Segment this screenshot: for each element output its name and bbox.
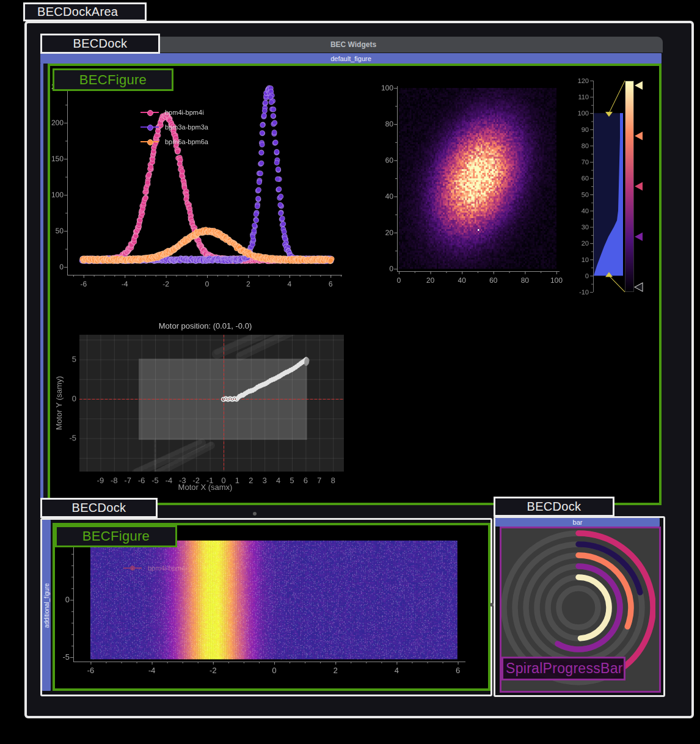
additional-figure-label: BECFigure xyxy=(55,525,177,547)
legend-item-bpm4i[interactable]: bpm4i-bpm4i xyxy=(140,105,208,120)
legend-line-icon xyxy=(140,112,159,113)
legend-line-icon xyxy=(140,126,159,128)
main-figure-label: BECFigure xyxy=(53,68,173,91)
legend-label: bpm4i-bpm4i xyxy=(148,564,187,572)
legend-item-bpm4i-history[interactable]: bpm4i-bpm4i xyxy=(123,561,187,575)
splitter-handle-horizontal[interactable] xyxy=(253,512,257,516)
bar-dock-label: BECDock xyxy=(494,497,614,517)
legend-dot-icon xyxy=(130,566,135,571)
legend-dot-icon xyxy=(147,110,153,116)
legend-label: bpm6a-bpm6a xyxy=(165,138,208,145)
spiral-progress-frame: SpiralProgressBar xyxy=(500,527,661,693)
motor-y-axis-label: Motor Y (samy) xyxy=(54,351,64,455)
main-dock-drag-handle[interactable]: default_figure xyxy=(40,53,662,64)
waveform-plot[interactable] xyxy=(51,70,348,296)
legend-item-bpm3a[interactable]: bpm3a-bpm3a xyxy=(140,120,208,134)
main-dock-label: BECDock xyxy=(40,34,160,54)
legend-label: bpm4i-bpm4i xyxy=(165,109,204,116)
image-2d-plot[interactable] xyxy=(373,70,568,295)
main-dock-side-strip xyxy=(40,64,43,501)
waveform-legend: bpm4i-bpm4i bpm3a-bpm3a bpm6a-bpm6a xyxy=(140,105,208,149)
additional-dock-drag-handle[interactable]: additional_figure xyxy=(42,520,51,691)
additional-dock: additional_figure BECFigure bpm4i-bpm4i xyxy=(40,518,492,696)
histogram-lut-colorbar[interactable] xyxy=(571,68,657,308)
legend-item-bpm6a[interactable]: bpm6a-bpm6a xyxy=(140,134,208,149)
screenshot-root: BECDockArea BEC Widgets BECDock default_… xyxy=(0,0,700,744)
legend-dot-icon xyxy=(147,125,153,131)
scan-history-legend: bpm4i-bpm4i xyxy=(123,561,187,575)
spiral-progress-label: SpiralProgressBar xyxy=(501,657,625,680)
spiral-track-ring xyxy=(559,588,598,627)
additional-figure-frame: BECFigure bpm4i-bpm4i xyxy=(53,523,490,691)
main-figure-frame: BECFigure bpm4i-bpm4i bpm3a-bpm3a bpm6a-… xyxy=(48,64,662,505)
legend-dot-icon xyxy=(147,139,153,145)
splitter-handle-vertical[interactable] xyxy=(490,603,494,607)
motor-map-title: Motor position: (0.01, -0.0) xyxy=(53,321,358,330)
motor-map-plot[interactable] xyxy=(53,313,358,500)
additional-dock-label: BECDock xyxy=(40,498,158,518)
legend-label: bpm3a-bpm3a xyxy=(165,123,208,131)
legend-line-icon xyxy=(140,141,159,142)
bar-dock: bar SpiralProgressBar xyxy=(494,516,665,697)
legend-line-icon xyxy=(123,567,142,569)
bar-dock-drag-handle[interactable]: bar xyxy=(495,518,660,527)
dock-area-window: BEC Widgets BECDock default_figure BECFi… xyxy=(24,21,694,718)
dock-area-label: BECDockArea xyxy=(23,2,147,21)
motor-x-axis-label: Motor X (samx) xyxy=(53,483,358,492)
scan-history-plot[interactable] xyxy=(55,525,483,684)
